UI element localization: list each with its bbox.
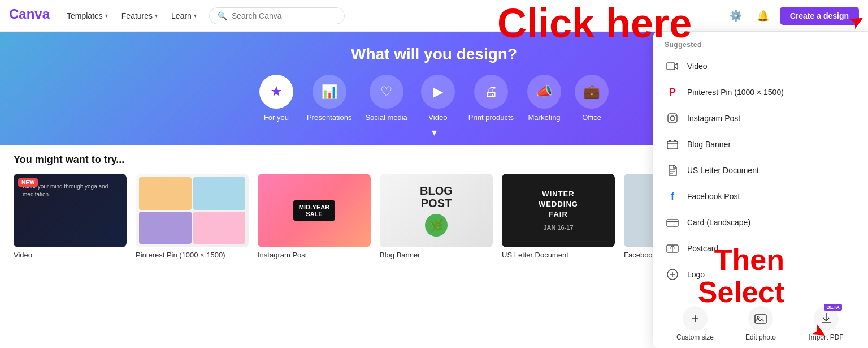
- chevron-down-icon: ▾: [155, 12, 158, 19]
- category-marketing[interactable]: 📣 Marketing: [527, 75, 561, 122]
- video-category-icon: ▶: [421, 75, 455, 109]
- category-label-office: Office: [582, 113, 601, 122]
- card-letter[interactable]: WINTERWEDDINGFAIR JAN 16-17 US Letter Do…: [502, 174, 615, 259]
- svg-rect-1: [667, 63, 675, 70]
- import-pdf-action[interactable]: BETA Import PDF: [796, 306, 857, 341]
- for-you-icon: [259, 75, 293, 109]
- social-media-icon: ♡: [370, 75, 403, 109]
- presentations-icon: 📊: [313, 75, 346, 109]
- dropdown-item-postcard[interactable]: Postcard: [653, 235, 868, 261]
- import-pdf-label: Import PDF: [809, 333, 843, 341]
- nav-left: Canva Templates ▾ Features ▾ Learn ▾: [9, 6, 202, 25]
- settings-button[interactable]: ⚙️: [726, 6, 746, 26]
- card-icon: [665, 214, 680, 230]
- category-social-media[interactable]: ♡ Social media: [365, 75, 407, 122]
- postcard-icon: [665, 240, 680, 256]
- marketing-icon: 📣: [527, 75, 561, 109]
- card-thumb-pinterest: [136, 174, 249, 247]
- dropdown-item-blog-banner[interactable]: Blog Banner: [653, 131, 868, 157]
- svg-text:Canva: Canva: [9, 6, 50, 22]
- create-design-button[interactable]: Create a design: [780, 7, 859, 25]
- brand-logo: Canva: [9, 6, 54, 25]
- dropdown-item-card[interactable]: Card (Landscape): [653, 209, 868, 235]
- category-label-video: Video: [428, 113, 447, 122]
- category-for-you[interactable]: For you: [259, 75, 293, 122]
- dropdown-item-video[interactable]: Video: [653, 53, 868, 79]
- nav-features[interactable]: Features ▾: [116, 8, 163, 24]
- category-label-print: Print products: [468, 113, 514, 122]
- category-video[interactable]: ▶ Video: [421, 75, 455, 122]
- search-bar[interactable]: 🔍: [209, 7, 345, 24]
- dropdown-item-instagram[interactable]: Instagram Post: [653, 105, 868, 131]
- svg-rect-5: [667, 141, 678, 149]
- dropdown-footer: + Custom size Edit photo BETA Impor: [653, 299, 868, 348]
- category-label-social-media: Social media: [365, 113, 407, 122]
- document-icon: [665, 162, 680, 178]
- category-print-products[interactable]: 🖨 Print products: [468, 75, 514, 122]
- instagram-icon: [665, 110, 680, 126]
- import-pdf-icon: BETA: [814, 306, 839, 331]
- category-label-for-you: For you: [264, 113, 289, 122]
- chevron-down-icon: ▾: [105, 12, 108, 19]
- navbar: Canva Templates ▾ Features ▾ Learn ▾ 🔍 ⚙…: [0, 0, 868, 32]
- card-thumb-letter: WINTERWEDDINGFAIR JAN 16-17: [502, 174, 615, 247]
- dropdown-item-us-letter[interactable]: US Letter Document: [653, 157, 868, 183]
- custom-size-action[interactable]: + Custom size: [665, 306, 726, 341]
- card-label-blog: Blog Banner: [380, 251, 493, 259]
- dropdown-item-facebook[interactable]: f Facebook Post: [653, 183, 868, 209]
- category-office[interactable]: 💼 Office: [575, 75, 609, 122]
- svg-rect-7: [674, 140, 676, 142]
- edit-photo-action[interactable]: Edit photo: [730, 306, 791, 341]
- edit-photo-icon: [748, 306, 773, 331]
- pinterest-icon: P: [665, 84, 680, 100]
- card-thumb-blog: BLOGPOST 🌿: [380, 174, 493, 247]
- blog-icon: [665, 136, 680, 152]
- card-label-video: Video: [14, 251, 127, 259]
- svg-rect-6: [669, 140, 671, 142]
- nav-templates[interactable]: Templates ▾: [61, 8, 114, 24]
- beta-badge: BETA: [824, 304, 842, 311]
- dropdown-panel: Suggested Video P Pinterest Pin (1000 × …: [653, 32, 868, 348]
- custom-size-icon: +: [683, 306, 708, 331]
- card-label-pinterest: Pinterest Pin (1000 × 1500): [136, 251, 249, 259]
- card-label-letter: US Letter Document: [502, 251, 615, 259]
- svg-rect-14: [755, 315, 766, 323]
- notifications-button[interactable]: 🔔: [753, 6, 773, 26]
- search-icon: 🔍: [218, 11, 227, 20]
- card-blog[interactable]: BLOGPOST 🌿 Blog Banner: [380, 174, 493, 259]
- custom-size-label: Custom size: [676, 333, 714, 341]
- svg-point-3: [670, 116, 675, 121]
- edit-photo-label: Edit photo: [745, 333, 776, 341]
- facebook-icon: f: [665, 188, 680, 204]
- logo-icon: [665, 267, 680, 282]
- dropdown-item-logo[interactable]: Logo: [653, 261, 868, 287]
- video-icon: [665, 58, 680, 74]
- svg-point-4: [675, 115, 676, 116]
- card-video[interactable]: NEW Clear your mind through yoga and med…: [14, 174, 127, 259]
- office-icon: 💼: [575, 75, 609, 109]
- svg-point-15: [757, 316, 760, 319]
- nav-learn[interactable]: Learn ▾: [166, 8, 202, 24]
- card-pinterest[interactable]: Pinterest Pin (1000 × 1500): [136, 174, 249, 259]
- category-label-marketing: Marketing: [528, 113, 561, 122]
- card-thumb-video: NEW Clear your mind through yoga and med…: [14, 174, 127, 247]
- print-icon: 🖨: [474, 75, 508, 109]
- card-label-instagram: Instagram Post: [258, 251, 371, 259]
- dropdown-section-title: Suggested: [653, 41, 868, 53]
- card-instagram[interactable]: MID-YEARSALE Instagram Post: [258, 174, 371, 259]
- new-badge: NEW: [18, 178, 38, 187]
- category-label-presentations: Presentations: [307, 113, 352, 122]
- category-presentations[interactable]: 📊 Presentations: [307, 75, 352, 122]
- dropdown-item-pinterest[interactable]: P Pinterest Pin (1000 × 1500): [653, 79, 868, 105]
- svg-rect-11: [667, 220, 678, 226]
- search-input[interactable]: [232, 11, 336, 20]
- card-thumb-instagram: MID-YEARSALE: [258, 174, 371, 247]
- nav-right: ⚙️ 🔔 Create a design: [726, 6, 859, 26]
- chevron-down-icon: ▾: [194, 12, 197, 19]
